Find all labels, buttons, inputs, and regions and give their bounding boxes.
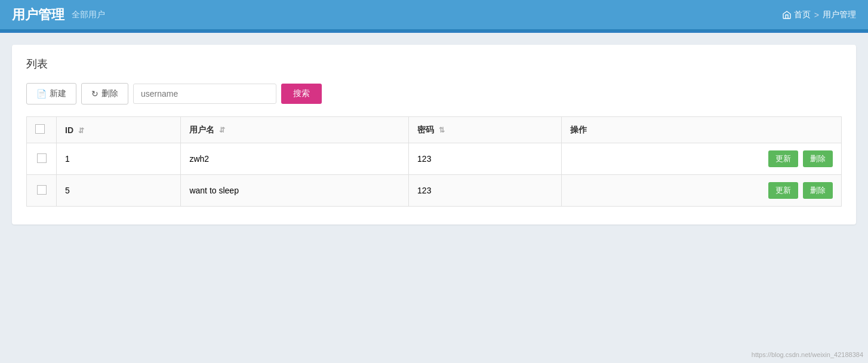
row-checkbox-0[interactable] (37, 153, 47, 163)
search-button[interactable]: 搜索 (281, 84, 322, 104)
password-sort-icon[interactable]: ⇅ (439, 126, 445, 134)
username-sort-icon[interactable]: ⇵ (219, 126, 225, 134)
td-id: 5 (57, 175, 181, 207)
delete-button[interactable]: 删除 (803, 150, 833, 167)
th-username-label: 用户名 (189, 125, 214, 134)
td-username: want to sleep (181, 175, 409, 207)
top-bar: 用户管理 全部用户 首页 > 用户管理 (0, 0, 868, 31)
th-password: 密码 ⇅ (409, 117, 562, 143)
th-actions: 操作 (562, 117, 842, 143)
th-actions-label: 操作 (570, 125, 587, 134)
td-password: 123 (409, 175, 562, 207)
card-title: 列表 (26, 57, 842, 71)
id-sort-icon[interactable]: ⇵ (78, 127, 84, 135)
td-actions: 更新 删除 (562, 175, 842, 207)
data-table: ID ⇵ 用户名 ⇵ 密码 ⇅ 操作 (26, 116, 842, 207)
breadcrumb-separator: > (814, 10, 819, 20)
new-button[interactable]: 📄 新建 (26, 83, 76, 104)
search-button-label: 搜索 (293, 88, 310, 98)
td-username: zwh2 (181, 143, 409, 175)
home-icon (782, 10, 792, 20)
td-checkbox (27, 175, 57, 207)
search-input[interactable] (133, 84, 276, 104)
td-password: 123 (409, 143, 562, 175)
th-checkbox (27, 117, 57, 143)
top-bar-left: 用户管理 全部用户 (12, 6, 105, 24)
th-username: 用户名 ⇵ (181, 117, 409, 143)
breadcrumb-home-label: 首页 (794, 10, 811, 20)
th-id: ID ⇵ (57, 117, 181, 143)
delete-label: 删除 (101, 88, 118, 99)
th-password-label: 密码 (417, 125, 434, 134)
watermark: https://blog.csdn.net/weixin_42188384 (752, 351, 863, 358)
td-id: 1 (57, 143, 181, 175)
page-subtitle: 全部用户 (72, 10, 105, 20)
select-all-checkbox[interactable] (35, 124, 45, 134)
card: 列表 📄 新建 ↻ 删除 搜索 (12, 45, 856, 224)
table-row: 5 want to sleep 123 更新 删除 (27, 175, 842, 207)
breadcrumb-current: 用户管理 (823, 10, 856, 20)
refresh-icon: ↻ (91, 89, 99, 99)
page-title: 用户管理 (12, 6, 64, 24)
new-icon: 📄 (36, 89, 47, 99)
th-id-label: ID (65, 125, 73, 135)
delete-button[interactable]: 删除 (803, 182, 833, 199)
td-actions: 更新 删除 (562, 143, 842, 175)
batch-delete-button[interactable]: ↻ 删除 (81, 83, 128, 104)
breadcrumb: 首页 > 用户管理 (782, 10, 856, 20)
table-row: 1 zwh2 123 更新 删除 (27, 143, 842, 175)
row-checkbox-1[interactable] (37, 185, 47, 195)
update-button[interactable]: 更新 (768, 150, 798, 167)
td-checkbox (27, 143, 57, 175)
main-content: 列表 📄 新建 ↻ 删除 搜索 (0, 33, 868, 236)
update-button[interactable]: 更新 (768, 182, 798, 199)
table-header-row: ID ⇵ 用户名 ⇵ 密码 ⇅ 操作 (27, 117, 842, 143)
breadcrumb-home: 首页 (782, 10, 811, 20)
new-label: 新建 (50, 88, 66, 99)
toolbar: 📄 新建 ↻ 删除 搜索 (26, 83, 842, 104)
